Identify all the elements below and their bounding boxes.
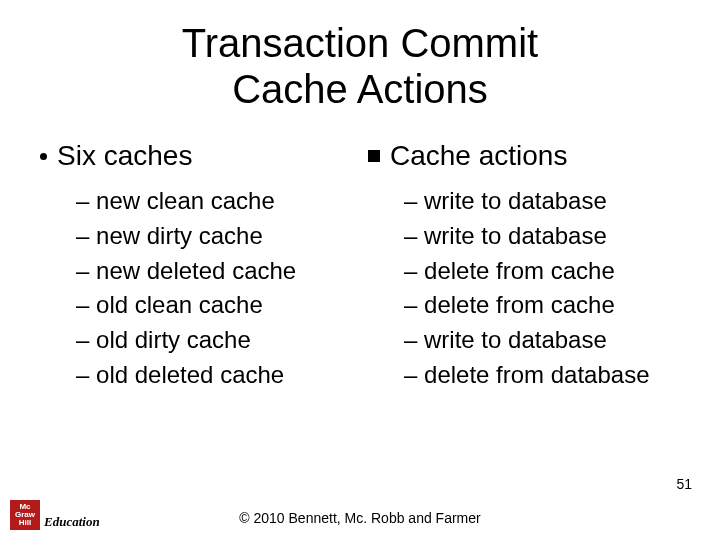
list-item-text: write to database	[424, 222, 607, 249]
list-item-text: delete from cache	[424, 257, 615, 284]
list-item: – old dirty cache	[76, 323, 352, 358]
list-item: – write to database	[404, 219, 680, 254]
title-line-1: Transaction Commit	[182, 21, 538, 65]
right-column: Cache actions – write to database – writ…	[368, 140, 680, 393]
list-item-text: new dirty cache	[96, 222, 263, 249]
dash-icon: –	[404, 184, 417, 219]
publisher-logo: Mc Graw Hill Education	[10, 500, 100, 530]
dash-icon: –	[76, 358, 89, 393]
dash-icon: –	[76, 288, 89, 323]
list-item-text: new deleted cache	[96, 257, 296, 284]
left-column: Six caches – new clean cache – new dirty…	[40, 140, 352, 393]
dash-icon: –	[76, 254, 89, 289]
list-item-text: old deleted cache	[96, 361, 284, 388]
list-item-text: old clean cache	[96, 291, 263, 318]
bullet-dot-icon	[40, 153, 47, 160]
list-item: – delete from database	[404, 358, 680, 393]
list-item: – old deleted cache	[76, 358, 352, 393]
list-item: – write to database	[404, 184, 680, 219]
slide-title: Transaction Commit Cache Actions	[40, 20, 680, 112]
list-item-text: new clean cache	[96, 187, 275, 214]
right-heading-text: Cache actions	[390, 140, 567, 172]
dash-icon: –	[76, 184, 89, 219]
logo-text: Education	[44, 514, 100, 530]
page-number: 51	[676, 476, 692, 492]
list-item-text: write to database	[424, 326, 607, 353]
dash-icon: –	[404, 288, 417, 323]
list-item: – new dirty cache	[76, 219, 352, 254]
dash-icon: –	[76, 219, 89, 254]
left-items: – new clean cache – new dirty cache – ne…	[40, 184, 352, 393]
list-item: – old clean cache	[76, 288, 352, 323]
left-heading-text: Six caches	[57, 140, 192, 172]
list-item-text: delete from cache	[424, 291, 615, 318]
logo-box: Mc Graw Hill	[10, 500, 40, 530]
logo-box-line: Hill	[19, 519, 31, 527]
title-line-2: Cache Actions	[232, 67, 488, 111]
dash-icon: –	[404, 219, 417, 254]
list-item: – write to database	[404, 323, 680, 358]
list-item: – new clean cache	[76, 184, 352, 219]
list-item-text: old dirty cache	[96, 326, 251, 353]
list-item-text: delete from database	[424, 361, 649, 388]
content-columns: Six caches – new clean cache – new dirty…	[40, 140, 680, 393]
list-item-text: write to database	[424, 187, 607, 214]
dash-icon: –	[76, 323, 89, 358]
dash-icon: –	[404, 323, 417, 358]
right-heading: Cache actions	[368, 140, 680, 172]
dash-icon: –	[404, 358, 417, 393]
dash-icon: –	[404, 254, 417, 289]
list-item: – new deleted cache	[76, 254, 352, 289]
list-item: – delete from cache	[404, 288, 680, 323]
slide: Transaction Commit Cache Actions Six cac…	[0, 0, 720, 540]
left-heading: Six caches	[40, 140, 352, 172]
right-items: – write to database – write to database …	[368, 184, 680, 393]
bullet-square-icon	[368, 150, 380, 162]
list-item: – delete from cache	[404, 254, 680, 289]
copyright-footer: © 2010 Bennett, Mc. Robb and Farmer	[0, 510, 720, 526]
